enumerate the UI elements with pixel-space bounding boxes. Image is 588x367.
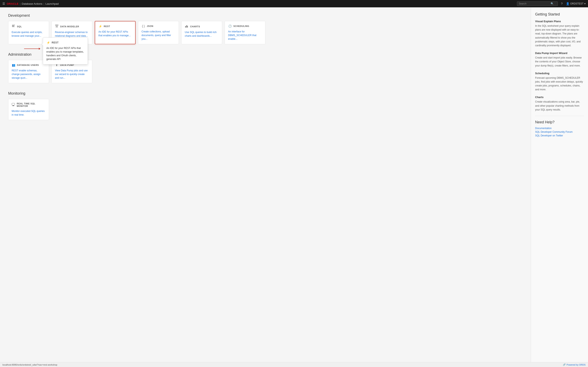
scheduling-card-description: An interface for DBMS_SCHEDULER that ena… (228, 30, 262, 41)
tooltip-title: REST (52, 41, 59, 44)
rest-icon: ⚡ (98, 25, 102, 28)
sidebar-section-text-0: In the SQL worksheet your query explain … (535, 24, 584, 48)
sidebar: Getting Started Visual Explain Plans In … (531, 7, 588, 367)
real-time-sql-monitor-icon (12, 103, 15, 107)
twitter-link[interactable]: SQL Developer on Twitter (535, 134, 584, 137)
sql-card-header: SQL (12, 25, 45, 28)
user-name: ORDSTEST (570, 2, 584, 5)
svg-rect-15 (12, 106, 14, 106)
real-time-sql-monitor-card-header: REAL TIME SQL MONITOR (12, 102, 45, 107)
search-icon: 🔍 (551, 2, 554, 5)
page-title: Launchpad (45, 2, 59, 5)
sql-card-description: Execute queries and scripts, browse and … (12, 30, 45, 38)
development-title: Development (8, 13, 523, 18)
real-time-sql-monitor-card-title: REAL TIME SQL MONITOR (17, 102, 45, 107)
oracle-logo-group: ORACLE | Database Actions | Launchpad (7, 2, 59, 5)
json-icon: { } (141, 25, 145, 28)
data-modeler-card-title: DATA MODELER (60, 25, 79, 28)
monitoring-section: Monitoring REAL TIME SQL MONITOR Monitor… (8, 91, 523, 120)
getting-started-title: Getting Started (535, 12, 584, 17)
rest-arrow (24, 48, 40, 50)
rest-card-title: REST (104, 25, 110, 27)
sidebar-section-title-2: Scheduling (535, 72, 584, 75)
sidebar-section-title-0: Visual Explain Plans (535, 20, 584, 23)
svg-rect-2 (12, 26, 15, 27)
main-layout: ⚡ REST An IDE for your REST APIs that en… (0, 7, 588, 367)
database-users-card-title: DATABASE USERS (17, 64, 39, 66)
statusbar-url: localhost:8080/ords/ordstest/_sdw/?nav=r… (2, 364, 57, 366)
community-forum-link[interactable]: SQL Developer Community Forum (535, 131, 584, 133)
statusbar-right: 🔗 Powered by ORDS (563, 363, 586, 366)
svg-rect-3 (55, 25, 57, 25)
svg-rect-5 (56, 26, 58, 27)
svg-rect-0 (12, 25, 15, 25)
svg-rect-1 (12, 26, 14, 26)
app-name: Database Actions (22, 2, 42, 5)
need-help-title: Need Help? (535, 120, 584, 124)
charts-card-header: CHARTS (185, 25, 219, 28)
real-time-sql-monitor-card-description: Monitor executed SQL queries in real tim… (12, 109, 45, 117)
scheduling-icon: 🕐 (228, 25, 232, 28)
svg-rect-4 (57, 25, 58, 25)
rest-tooltip-popup: ⚡ REST An IDE for your REST APIs that en… (43, 38, 88, 64)
data-modeler-card-description: Reverse-engineer schemas to relational d… (55, 30, 89, 38)
data-pump-card-description: View Data Pump jobs and use our wizard t… (55, 69, 89, 80)
search-bar[interactable]: 🔍 (517, 1, 558, 6)
oracle-logo-text: ORACLE (7, 2, 18, 5)
statusbar: localhost:8080/ords/ordstest/_sdw/?nav=r… (0, 362, 588, 367)
sidebar-charts: Charts Create visualizations using area,… (535, 96, 584, 112)
topnav: ☰ ORACLE | Database Actions | Launchpad … (0, 0, 588, 7)
scheduling-card-header: 🕐 SCHEDULING (228, 25, 262, 28)
monitoring-cards-grid: REAL TIME SQL MONITOR Monitor executed S… (8, 99, 523, 120)
hamburger-menu-icon[interactable]: ☰ (2, 2, 5, 5)
nav-divider: | (20, 2, 20, 5)
sidebar-section-title-1: Data Pump Import Wizard (535, 52, 584, 55)
svg-rect-10 (185, 26, 186, 27)
ords-link-icon: 🔗 (563, 363, 566, 366)
content-area: ⚡ REST An IDE for your REST APIs that en… (0, 7, 531, 367)
help-button[interactable]: ? (559, 1, 564, 6)
sql-card-title: SQL (17, 25, 22, 28)
json-card[interactable]: { } JSON Create collections, upload docu… (138, 21, 179, 44)
data-modeler-card-header: DATA MODELER (55, 25, 89, 28)
monitoring-title: Monitoring (8, 91, 523, 96)
sidebar-visual-explain-plans: Visual Explain Plans In the SQL workshee… (535, 20, 584, 48)
charts-card-description: Use SQL queries to build rich charts and… (185, 30, 219, 38)
nav-divider2: | (43, 2, 44, 5)
rest-card-description: An IDE for your REST APIs that enables y… (98, 30, 132, 37)
charts-icon (185, 25, 189, 28)
svg-rect-11 (186, 25, 187, 27)
arrow-line (24, 49, 39, 49)
tooltip-header: ⚡ REST (46, 41, 84, 44)
user-icon: 👤 (566, 2, 570, 5)
tooltip-arrow-inner (42, 43, 43, 46)
user-menu[interactable]: 👤 ORDSTEST ▾ (566, 2, 586, 5)
scheduling-card[interactable]: 🕐 SCHEDULING An interface for DBMS_SCHED… (225, 21, 265, 44)
charts-card-title: CHARTS (190, 25, 200, 28)
sidebar-section-text-3: Create visualizations using area, bar, p… (535, 100, 584, 112)
powered-by-ords[interactable]: Powered by ORDS (567, 364, 586, 366)
sidebar-data-pump-wizard: Data Pump Import Wizard Create and start… (535, 52, 584, 68)
sidebar-scheduling: Scheduling Forecast upcoming DBMS_SCHEDU… (535, 72, 584, 92)
sidebar-section-text-1: Create and start import jobs easily. Bro… (535, 56, 584, 68)
rest-card-header: ⚡ REST (98, 25, 132, 28)
json-card-header: { } JSON (141, 25, 175, 28)
search-input[interactable] (519, 2, 549, 5)
svg-rect-14 (13, 105, 14, 106)
rest-card[interactable]: ⚡ REST An IDE for your REST APIs that en… (95, 21, 136, 44)
arrow-head (39, 48, 40, 50)
charts-card[interactable]: CHARTS Use SQL queries to build rich cha… (181, 21, 222, 44)
sidebar-divider (535, 116, 584, 116)
real-time-sql-monitor-card[interactable]: REAL TIME SQL MONITOR Monitor executed S… (8, 99, 49, 120)
data-modeler-icon (55, 25, 59, 28)
json-card-description: Create collections, upload documents, qu… (141, 30, 175, 41)
sql-icon (12, 25, 15, 28)
sidebar-section-title-3: Charts (535, 96, 584, 99)
scheduling-card-title: SCHEDULING (233, 25, 249, 27)
database-users-icon: 👥 (12, 63, 15, 67)
user-chevron-icon: ▾ (584, 2, 586, 5)
tooltip-description: An IDE for your REST APIs that enables y… (46, 46, 84, 61)
database-users-card-header: 👥 DATABASE USERS (12, 63, 45, 67)
svg-rect-12 (187, 26, 188, 27)
documentation-link[interactable]: Documentation (535, 127, 584, 130)
